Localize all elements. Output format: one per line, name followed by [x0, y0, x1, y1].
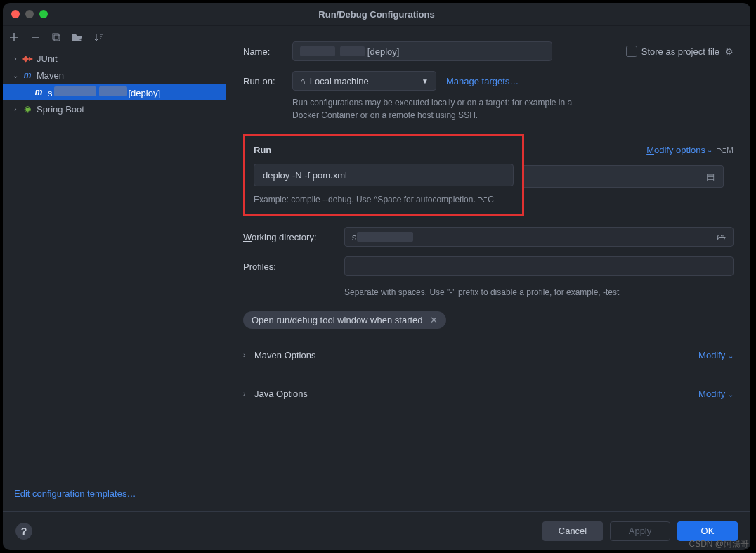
tree-label: JUnit: [37, 53, 58, 64]
working-dir-label: Working directory:: [243, 232, 344, 242]
run-section-highlight: Run deploy -N -f pom.xml Example: compil…: [243, 134, 524, 216]
maven-icon: m: [21, 70, 34, 80]
chevron-right-icon: ›: [10, 55, 21, 63]
shortcut-label: ⌥M: [717, 145, 734, 155]
maximize-window-button[interactable]: [39, 10, 48, 18]
maven-icon: m: [32, 87, 45, 97]
svg-rect-0: [53, 34, 58, 39]
svg-rect-1: [54, 35, 60, 41]
titlebar: Run/Debug Configurations: [3, 3, 750, 25]
tree-label: Spring Boot: [37, 104, 84, 115]
run-on-row: Run on: ⌂ Local machine ▼ Manage targets…: [243, 71, 734, 91]
watermark: CSDN @阿湯哥: [689, 538, 749, 550]
working-dir-row: Working directory: s 🗁: [243, 227, 734, 247]
chevron-right-icon: ›: [243, 351, 254, 359]
close-icon[interactable]: ✕: [430, 315, 438, 325]
open-tool-window-chip[interactable]: Open run/debug tool window when started …: [243, 311, 446, 329]
chevron-down-icon: ⌄: [10, 72, 21, 79]
chevron-right-icon: ›: [243, 390, 254, 398]
run-on-dropdown[interactable]: ⌂ Local machine ▼: [292, 71, 436, 91]
profiles-row: Profiles:: [243, 256, 734, 276]
run-command-input-ext[interactable]: ▤: [524, 165, 724, 188]
history-icon[interactable]: ▤: [706, 171, 715, 182]
sidebar-toolbar: +: [3, 26, 226, 48]
run-section-title: Run: [254, 145, 514, 155]
junit-icon: ◆▸: [21, 53, 34, 63]
checkbox-icon[interactable]: [626, 46, 637, 57]
apply-button[interactable]: Apply: [610, 521, 670, 541]
sidebar: + › ◆▸ JUnit ⌄ m Maven m s[deploy]: [3, 26, 226, 511]
chevron-down-icon: ⌄: [707, 146, 712, 154]
remove-icon[interactable]: [30, 32, 41, 43]
copy-icon[interactable]: [51, 32, 62, 43]
run-on-hint: Run configurations may be executed local…: [292, 96, 594, 122]
close-window-button[interactable]: [11, 10, 20, 18]
folder-add-icon[interactable]: +: [72, 32, 83, 43]
name-row: Name: [deploy] Store as project file ⚙: [243, 41, 734, 61]
tree-item-spring-boot[interactable]: › ◉ Spring Boot: [3, 100, 226, 117]
folder-icon[interactable]: 🗁: [717, 232, 726, 242]
chevron-right-icon: ›: [10, 105, 21, 113]
tree-label: s[deploy]: [48, 86, 160, 98]
dialog-window: Run/Debug Configurations + › ◆▸ JUnit ⌄ …: [3, 3, 750, 550]
working-dir-input[interactable]: s 🗁: [344, 227, 734, 247]
sort-icon[interactable]: [93, 32, 104, 43]
profiles-input[interactable]: [344, 256, 734, 276]
java-options-section[interactable]: › Java Options Modify ⌄: [243, 389, 734, 399]
tree-item-maven[interactable]: ⌄ m Maven: [3, 67, 226, 84]
profiles-hint: Separate with spaces. Use "-" prefix to …: [344, 286, 734, 299]
cancel-button[interactable]: Cancel: [542, 521, 603, 541]
sidebar-footer: Edit configuration templates…: [3, 480, 226, 511]
modify-options-link[interactable]: Modify options: [646, 145, 705, 155]
house-icon: ⌂: [300, 76, 306, 86]
maven-options-section[interactable]: › Maven Options Modify ⌄: [243, 350, 734, 360]
tree-item-deploy[interactable]: m s[deploy]: [3, 84, 226, 100]
help-button[interactable]: ?: [15, 523, 32, 540]
tree-item-junit[interactable]: › ◆▸ JUnit: [3, 50, 226, 67]
profiles-label: Profiles:: [243, 261, 344, 272]
config-tree: › ◆▸ JUnit ⌄ m Maven m s[deploy] › ◉ Spr…: [3, 48, 226, 480]
run-on-label: Run on:: [243, 76, 292, 86]
command-hint: Example: compile --debug. Use ^Space for…: [254, 193, 514, 206]
name-input[interactable]: [deploy]: [292, 41, 552, 61]
window-controls: [11, 10, 48, 18]
name-label: Name:: [243, 46, 292, 57]
tree-label: Maven: [37, 70, 64, 81]
store-as-project-file[interactable]: Store as project file ⚙: [626, 46, 734, 57]
main-area: + › ◆▸ JUnit ⌄ m Maven m s[deploy]: [3, 25, 750, 511]
svg-text:+: +: [79, 37, 83, 42]
add-icon[interactable]: [8, 32, 20, 43]
chevron-down-icon: ▼: [422, 77, 429, 85]
modify-link[interactable]: Modify ⌄: [698, 350, 734, 360]
content-panel: Name: [deploy] Store as project file ⚙ R…: [226, 26, 750, 511]
dialog-footer: ? Cancel Apply OK: [3, 511, 750, 550]
edit-templates-link[interactable]: Edit configuration templates…: [14, 488, 136, 499]
manage-targets-link[interactable]: Manage targets…: [446, 76, 519, 86]
gear-icon[interactable]: ⚙: [725, 46, 734, 57]
minimize-window-button[interactable]: [25, 10, 34, 18]
run-command-input[interactable]: deploy -N -f pom.xml: [254, 164, 514, 186]
spring-icon: ◉: [21, 104, 34, 114]
modify-link[interactable]: Modify ⌄: [698, 389, 734, 399]
dialog-title: Run/Debug Configurations: [318, 9, 434, 20]
